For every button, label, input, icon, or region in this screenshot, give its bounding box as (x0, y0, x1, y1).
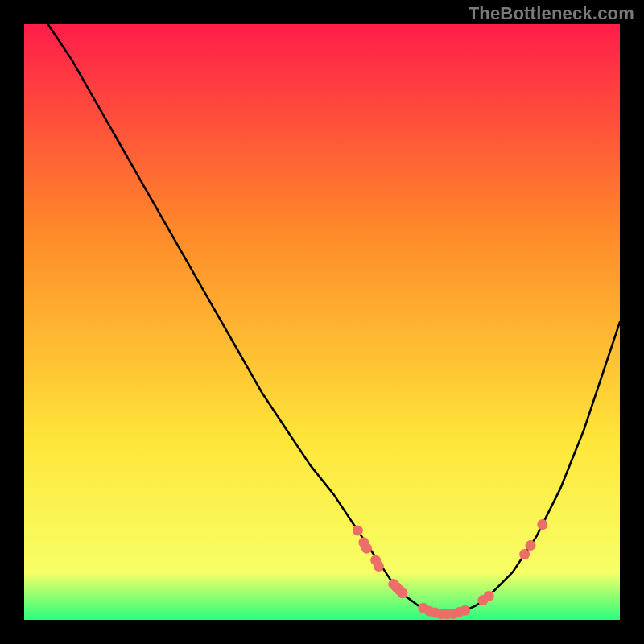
data-dot (374, 561, 384, 572)
chart-svg (24, 24, 620, 620)
data-dot (353, 526, 363, 536)
data-dot (397, 588, 407, 598)
data-dot (537, 519, 547, 530)
chart-container: TheBottleneck.com (0, 0, 644, 644)
data-dot (519, 549, 530, 559)
data-dot (526, 540, 536, 551)
gradient-background (24, 24, 620, 620)
watermark-text: TheBottleneck.com (469, 3, 634, 24)
chart-plot-area (24, 24, 620, 620)
data-dot (460, 605, 470, 616)
data-dot (361, 543, 372, 554)
data-dot (484, 591, 494, 601)
